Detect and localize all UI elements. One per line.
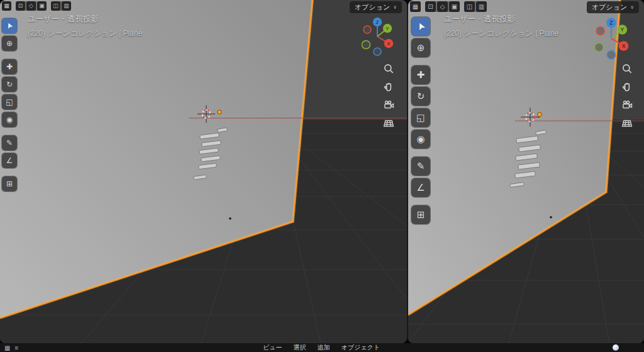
select-box-tool[interactable]: ➤	[2, 18, 17, 33]
menu-collapse-icon[interactable]: ≡	[14, 344, 18, 351]
xray-toggle-icon[interactable]: ▥	[476, 1, 487, 12]
selected-origin-dot[interactable]	[538, 113, 542, 117]
select-mode-vertex-icon[interactable]: ⊡	[425, 1, 436, 12]
overlay-toggle-icon[interactable]: ◫	[51, 1, 60, 11]
navigation-gizmo[interactable]: Z Y X	[355, 14, 399, 58]
viewport-menus: ビュー 選択 追加 オブジェクト	[263, 343, 380, 352]
camera-view-icon[interactable]	[382, 98, 396, 112]
editor-type-icon[interactable]: ▦	[2, 1, 11, 11]
chevron-down-icon: ∨	[630, 4, 634, 10]
perspective-grid-icon[interactable]	[382, 116, 396, 130]
header-icon-group-2: ⊡ ◇ ▣	[16, 1, 47, 11]
perspective-grid-icon[interactable]	[620, 116, 634, 130]
editor-type-icon[interactable]: ▦	[4, 344, 10, 351]
options-dropdown[interactable]: オプション ∨	[350, 1, 402, 13]
menu-view[interactable]: ビュー	[263, 343, 282, 352]
select-mode-edge-icon[interactable]: ◇	[26, 1, 36, 11]
viewport-header-bar: ▦ ≡ ビュー 選択 追加 オブジェクト	[0, 343, 644, 352]
annotate-tool[interactable]: ✎	[2, 135, 17, 150]
select-mode-face-icon[interactable]: ▣	[449, 1, 460, 12]
toolbar: ➤ ⊕ ✚ ↻ ◱ ◉ ✎ ∠ ⊞	[411, 17, 430, 224]
pan-hand-icon[interactable]	[382, 80, 396, 94]
xray-toggle-icon[interactable]: ▥	[62, 1, 71, 11]
gizmo-z-label: Z	[376, 20, 379, 25]
cursor-tool[interactable]: ⊕	[411, 38, 430, 57]
camera-view-icon[interactable]	[620, 98, 634, 112]
measure-tool[interactable]: ∠	[411, 178, 430, 197]
tool-settings-bar: ▦ ⊡ ◇ ▣ ◫ ▥	[410, 1, 487, 12]
gizmo-axis-y-neg[interactable]	[362, 41, 370, 49]
rotate-tool[interactable]: ↻	[2, 77, 17, 92]
select-mode-face-icon[interactable]: ▣	[37, 1, 47, 11]
nav-icon-stack	[382, 62, 396, 130]
menu-object[interactable]: オブジェクト	[341, 343, 379, 352]
gizmo-x-label: X	[387, 41, 391, 47]
transform-tool[interactable]: ◉	[2, 112, 17, 127]
object-origin-dot[interactable]	[550, 216, 552, 219]
gizmo-y-label: Y	[386, 26, 389, 31]
viewport-3d-right[interactable]: ▦ ⊡ ◇ ▣ ◫ ▥ オプション ∨ ユーザー・透視投影 (220) シーンコ…	[408, 0, 644, 343]
transform-tool[interactable]: ◉	[411, 130, 430, 149]
add-cube-tool[interactable]: ⊞	[2, 176, 17, 191]
gizmo-axis-z-neg[interactable]	[607, 51, 615, 59]
pan-hand-icon[interactable]	[620, 80, 634, 94]
tool-settings-bar: ▦ ⊡ ◇ ▣ ◫ ▥	[2, 1, 71, 11]
navigation-gizmo[interactable]: Z Y X	[587, 14, 635, 62]
gizmo-axis-x-neg[interactable]	[596, 27, 604, 35]
menu-add[interactable]: 追加	[317, 343, 330, 352]
scale-tool[interactable]: ◱	[2, 94, 17, 110]
gizmo-x-label: X	[622, 43, 626, 49]
object-origin-dot[interactable]	[229, 217, 231, 220]
annotate-tool[interactable]: ✎	[411, 157, 430, 176]
gizmo-axis-z-neg[interactable]	[374, 48, 381, 55]
cursor-tool[interactable]: ⊕	[2, 36, 17, 51]
select-mode-edge-icon[interactable]: ◇	[437, 1, 448, 12]
header-icon-group-1: ▦	[410, 1, 421, 12]
overlay-toggle-icon[interactable]: ◫	[464, 1, 475, 12]
chevron-down-icon: ∨	[393, 4, 397, 10]
menu-select[interactable]: 選択	[293, 343, 306, 352]
measure-tool[interactable]: ∠	[2, 153, 17, 168]
options-label: オプション	[592, 3, 627, 12]
options-dropdown[interactable]: オプション ∨	[587, 1, 639, 13]
options-label: オプション	[355, 3, 390, 12]
scale-tool[interactable]: ◱	[411, 108, 430, 127]
select-box-tool[interactable]: ➤	[411, 17, 430, 36]
toolbar: ➤ ⊕ ✚ ↻ ◱ ◉ ✎ ∠ ⊞	[2, 18, 17, 191]
viewport-3d-left[interactable]: ▦ ⊡ ◇ ▣ ◫ ▥ オプション ∨ ユーザー・透視投影 (220) シーンコ…	[0, 0, 407, 343]
selected-origin-dot[interactable]	[218, 110, 221, 114]
header-icon-group-1: ▦	[2, 1, 11, 11]
zoom-icon[interactable]	[382, 62, 396, 76]
rotate-tool[interactable]: ↻	[411, 87, 430, 106]
select-mode-vertex-icon[interactable]: ⊡	[16, 1, 25, 11]
move-tool[interactable]: ✚	[2, 59, 17, 74]
header-icon-group-3: ◫ ▥	[464, 1, 487, 12]
zoom-icon[interactable]	[620, 62, 634, 76]
move-tool[interactable]: ✚	[411, 65, 430, 84]
editor-type-icon[interactable]: ▦	[410, 1, 421, 12]
header-icon-group-2: ⊡ ◇ ▣	[425, 1, 460, 12]
header-icon-group-3: ◫ ▥	[51, 1, 71, 11]
gizmo-axis-x-neg[interactable]	[364, 26, 371, 33]
gizmo-y-label: Y	[620, 26, 624, 33]
nav-icon-stack	[620, 62, 634, 130]
scene-canvas[interactable]	[0, 0, 407, 343]
gizmo-axis-y-neg[interactable]	[594, 43, 603, 52]
gizmo-z-label: Z	[609, 20, 613, 26]
shading-sphere-icon[interactable]	[613, 344, 619, 351]
add-cube-tool[interactable]: ⊞	[411, 205, 430, 224]
